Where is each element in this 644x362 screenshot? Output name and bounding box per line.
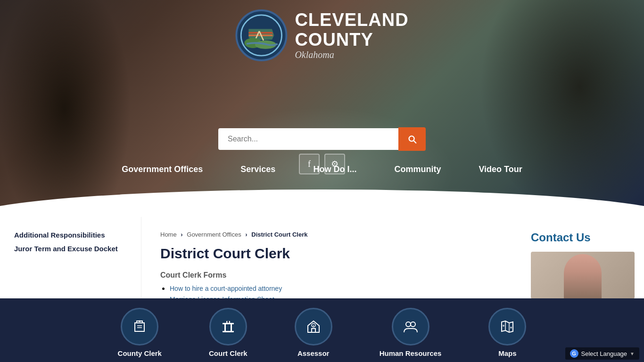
nav-item-video-tour[interactable]: Video Tour xyxy=(460,160,541,179)
contact-title: Contact Us xyxy=(531,231,635,244)
svg-point-19 xyxy=(406,322,411,327)
court-clerk-label: Court Clerk xyxy=(209,349,248,357)
state-name: Oklahoma xyxy=(295,49,408,60)
search-area xyxy=(218,127,426,151)
svg-rect-12 xyxy=(223,323,234,324)
logo-area: CLEVELAND COUNTY Oklahoma xyxy=(235,9,408,61)
quick-links-bar: County Clerk Court Clerk $ Assessor xyxy=(0,298,644,362)
content-link-1[interactable]: How to hire a court-appointed attorney xyxy=(170,285,503,292)
contact-photo-person xyxy=(564,254,602,299)
svg-rect-13 xyxy=(224,324,226,331)
settings-button[interactable]: ⚙ xyxy=(324,154,345,174)
section-heading: Court Clerk Forms xyxy=(160,271,503,280)
page-title: District Court Clerk xyxy=(160,246,503,262)
contact-photo xyxy=(531,252,635,299)
language-dropdown-arrow: ▼ xyxy=(630,351,635,356)
county-clerk-label: County Clerk xyxy=(118,349,162,357)
language-select-label: Select Language xyxy=(581,350,627,357)
facebook-button[interactable]: f xyxy=(299,154,320,174)
logo-text: CLEVELAND COUNTY Oklahoma xyxy=(295,10,408,61)
assessor-svg: $ xyxy=(305,318,322,335)
svg-rect-15 xyxy=(223,331,234,332)
logo-circle xyxy=(235,9,287,61)
google-translate-icon: G xyxy=(570,349,578,358)
nav-item-community[interactable]: Community xyxy=(375,160,460,179)
breadcrumb-gov-offices[interactable]: Government Offices xyxy=(187,231,241,238)
court-clerk-svg xyxy=(220,318,237,335)
quick-link-human-resources[interactable]: Human Resources xyxy=(356,308,465,357)
breadcrumb-current: District Court Clerk xyxy=(251,231,307,238)
nav-item-gov-offices[interactable]: Government Offices xyxy=(103,160,222,179)
quick-link-assessor[interactable]: $ Assessor xyxy=(271,308,356,357)
county-clerk-svg xyxy=(131,318,148,335)
svg-point-25 xyxy=(510,327,512,329)
maps-icon xyxy=(488,308,526,346)
hr-svg xyxy=(402,318,419,335)
court-clerk-icon xyxy=(209,308,247,346)
sidebar-link-responsibilities[interactable]: Additional Responsibilities xyxy=(14,231,127,239)
svg-text:$: $ xyxy=(313,324,314,327)
sidebar-link-juror[interactable]: Juror Term and Excuse Docket xyxy=(14,245,127,253)
svg-rect-14 xyxy=(231,324,232,331)
breadcrumb: Home › Government Offices › District Cou… xyxy=(160,231,503,238)
search-icon xyxy=(407,134,417,144)
svg-marker-21 xyxy=(502,321,513,332)
county-name: CLEVELAND COUNTY xyxy=(295,10,408,50)
maps-label: Maps xyxy=(498,349,516,357)
svg-point-16 xyxy=(227,321,229,323)
breadcrumb-sep-2: › xyxy=(245,231,247,238)
hero-section: CLEVELAND COUNTY Oklahoma Government Off… xyxy=(0,0,644,217)
search-button[interactable] xyxy=(398,127,426,151)
nav-item-services[interactable]: Services xyxy=(222,160,294,179)
social-area: f ⚙ xyxy=(299,154,345,174)
assessor-icon: $ xyxy=(295,308,332,346)
human-resources-label: Human Resources xyxy=(380,349,442,357)
language-bar[interactable]: G Select Language ▼ xyxy=(565,347,640,360)
svg-point-20 xyxy=(411,322,415,327)
quick-link-county-clerk[interactable]: County Clerk xyxy=(94,308,185,357)
search-input[interactable] xyxy=(218,128,398,150)
list-item-1: How to hire a court-appointed attorney xyxy=(170,284,503,292)
quick-link-court-clerk[interactable]: Court Clerk xyxy=(185,308,271,357)
assessor-label: Assessor xyxy=(297,349,330,357)
county-clerk-icon xyxy=(121,308,158,346)
quick-link-maps[interactable]: Maps xyxy=(465,308,550,357)
breadcrumb-sep-1: › xyxy=(181,231,182,238)
logo-svg xyxy=(240,14,282,57)
human-resources-icon xyxy=(392,308,429,346)
svg-point-24 xyxy=(503,325,504,327)
breadcrumb-home[interactable]: Home xyxy=(160,231,177,238)
maps-svg xyxy=(499,318,516,335)
